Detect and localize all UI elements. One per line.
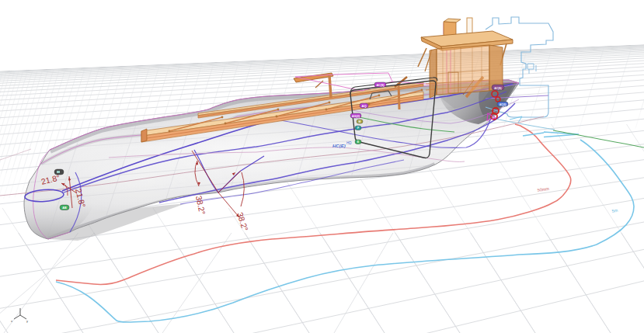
svg-text:y: y <box>26 319 28 323</box>
svg-text:M: M <box>359 120 361 123</box>
svg-text:AC(S): AC(S) <box>377 84 385 87</box>
svg-text:AB: AB <box>62 206 67 210</box>
svg-text:AC(S): AC(S) <box>494 87 501 90</box>
svg-text:HC(E): HC(E) <box>332 144 346 148</box>
svg-text:AC(0): AC(0) <box>500 103 506 106</box>
svg-text:AQ: AQ <box>362 104 367 108</box>
svg-text:HD: HD <box>346 141 352 145</box>
svg-text:x: x <box>11 319 12 323</box>
svg-text:AG(2): AG(2) <box>352 115 360 118</box>
